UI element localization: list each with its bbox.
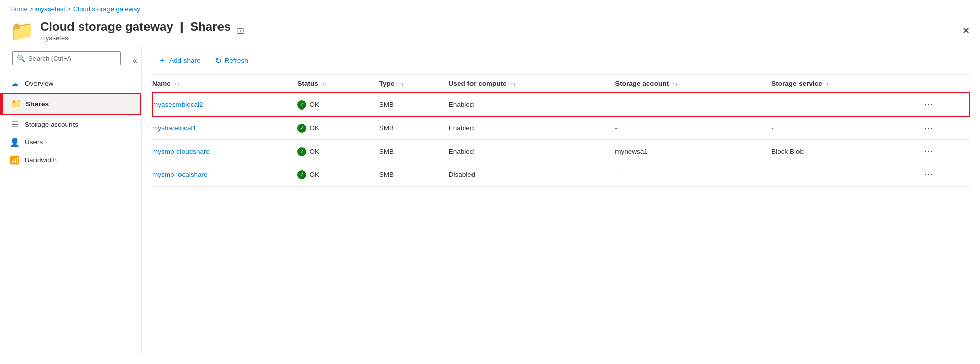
close-icon[interactable]: ✕ — [962, 25, 970, 37]
cell-used-for-compute: Enabled — [449, 93, 615, 117]
breadcrumb-myasetest[interactable]: myasetest — [35, 5, 65, 13]
add-icon: ＋ — [158, 55, 166, 66]
status-ok-icon: ✓ — [297, 147, 306, 156]
sort-arrows-status: ↑↓ — [322, 81, 327, 87]
status-ok-icon: ✓ — [297, 100, 306, 110]
collapse-button[interactable]: « — [131, 54, 139, 67]
col-storage-service[interactable]: Storage service ↑↓ — [771, 75, 921, 93]
cell-status: ✓OK — [297, 117, 379, 140]
breadcrumb-sep-1: > — [30, 6, 33, 13]
folder-nav-icon: 📁 — [11, 98, 21, 110]
table-row[interactable]: mysmb-cloudshare✓OKSMBEnabledmynewsa1Blo… — [152, 140, 970, 163]
cell-type: SMB — [379, 140, 449, 163]
pin-icon[interactable]: ⊡ — [237, 25, 244, 37]
cell-storage-service: - — [771, 93, 921, 117]
search-row: 🔍 « — [0, 51, 141, 75]
sidebar-item-users[interactable]: 👤 Users — [0, 133, 141, 151]
sidebar-item-label-bandwidth: Bandwidth — [25, 156, 57, 164]
folder-icon: 📁 — [10, 21, 34, 41]
cell-more[interactable]: ··· — [921, 117, 970, 140]
sort-arrows-compute: ↑↓ — [511, 81, 516, 87]
storage-icon: ☰ — [10, 120, 20, 129]
page-title: Cloud storage gateway | Shares — [40, 20, 231, 34]
status-ok-text: OK — [309, 171, 319, 178]
cell-name: mysmb-cloudshare — [152, 140, 297, 163]
cell-storage-service: Block Blob — [771, 140, 921, 163]
cell-type: SMB — [379, 117, 449, 140]
bandwidth-icon: 📶 — [10, 155, 20, 165]
status-ok-text: OK — [309, 124, 319, 132]
breadcrumb: Home > myasetest > Cloud storage gateway — [0, 0, 980, 16]
cell-storage-service: - — [771, 163, 921, 187]
cell-more[interactable]: ··· — [921, 163, 970, 187]
shares-table: Name ↑↓ Status ↑↓ Type ↑↓ Used for com — [152, 75, 970, 187]
header-title-group: Cloud storage gateway | Shares myasetest — [40, 20, 231, 42]
table-header: Name ↑↓ Status ↑↓ Type ↑↓ Used for com — [152, 75, 970, 93]
sidebar: 🔍 « ☁ Overview 📁 Shares ☰ Storage accoun… — [0, 46, 142, 354]
shares-table-wrap: Name ↑↓ Status ↑↓ Type ↑↓ Used for com — [152, 75, 970, 187]
search-wrapper: 🔍 — [6, 51, 127, 70]
cell-name: mysmb-localshare — [152, 163, 297, 187]
sort-arrows-name: ↑↓ — [175, 81, 180, 87]
refresh-button[interactable]: ↻ Refresh — [209, 53, 255, 68]
cell-storage-account: - — [615, 93, 771, 117]
add-share-button[interactable]: ＋ Add share — [152, 52, 207, 69]
cell-used-for-compute: Enabled — [449, 140, 615, 163]
col-name[interactable]: Name ↑↓ — [152, 75, 297, 93]
page-subtitle: myasetest — [40, 34, 231, 42]
table-row[interactable]: mysmb-localshare✓OKSMBDisabled--··· — [152, 163, 970, 187]
status-ok-icon: ✓ — [297, 170, 306, 179]
sidebar-item-label-overview: Overview — [25, 80, 53, 87]
cell-storage-account: - — [615, 163, 771, 187]
cell-used-for-compute: Enabled — [449, 117, 615, 140]
sidebar-item-shares[interactable]: 📁 Shares — [1, 94, 140, 114]
more-options-button[interactable]: ··· — [921, 98, 936, 111]
main-layout: 🔍 « ☁ Overview 📁 Shares ☰ Storage accoun… — [0, 46, 980, 354]
cell-name: mysharelocal1 — [152, 117, 297, 140]
refresh-label: Refresh — [225, 57, 248, 64]
cell-type: SMB — [379, 93, 449, 117]
sort-arrows-account: ↑↓ — [673, 81, 678, 87]
content-area: ＋ Add share ↻ Refresh Name ↑↓ S — [142, 46, 980, 354]
table-row[interactable]: myasesmblocal2✓OKSMBEnabled--··· — [152, 93, 970, 117]
cell-name: myasesmblocal2 — [152, 93, 297, 117]
cell-storage-account: - — [615, 117, 771, 140]
table-header-row: Name ↑↓ Status ↑↓ Type ↑↓ Used for com — [152, 75, 970, 93]
col-used-for-compute[interactable]: Used for compute ↑↓ — [449, 75, 615, 93]
col-actions — [921, 75, 970, 93]
cell-more[interactable]: ··· — [921, 93, 970, 117]
cell-status: ✓OK — [297, 140, 379, 163]
status-ok-icon: ✓ — [297, 124, 306, 133]
refresh-icon: ↻ — [215, 56, 222, 65]
cell-more[interactable]: ··· — [921, 140, 970, 163]
cell-storage-account: mynewsa1 — [615, 140, 771, 163]
user-icon: 👤 — [10, 137, 20, 147]
more-options-button[interactable]: ··· — [921, 145, 936, 158]
sidebar-item-bandwidth[interactable]: 📶 Bandwidth — [0, 151, 141, 169]
sidebar-item-storage-accounts[interactable]: ☰ Storage accounts — [0, 116, 141, 133]
sort-arrows-type: ↑↓ — [398, 81, 404, 87]
search-bar[interactable]: 🔍 — [12, 51, 121, 65]
breadcrumb-cloud-storage-gateway[interactable]: Cloud storage gateway — [73, 5, 140, 13]
status-ok-text: OK — [309, 101, 319, 108]
sort-arrows-service: ↑↓ — [826, 81, 831, 87]
sidebar-item-label-storage-accounts: Storage accounts — [25, 121, 78, 128]
cell-storage-service: - — [771, 117, 921, 140]
col-status[interactable]: Status ↑↓ — [297, 75, 379, 93]
header-left: 📁 Cloud storage gateway | Shares myasete… — [10, 20, 244, 42]
search-input[interactable] — [28, 55, 116, 62]
add-share-label: Add share — [169, 57, 201, 64]
cell-status: ✓OK — [297, 93, 379, 117]
cell-used-for-compute: Disabled — [449, 163, 615, 187]
more-options-button[interactable]: ··· — [921, 168, 936, 181]
cell-type: SMB — [379, 163, 449, 187]
more-options-button[interactable]: ··· — [921, 122, 936, 134]
sidebar-item-label-users: Users — [25, 138, 43, 146]
breadcrumb-home[interactable]: Home — [10, 5, 28, 13]
table-row[interactable]: mysharelocal1✓OKSMBEnabled--··· — [152, 117, 970, 140]
col-storage-account[interactable]: Storage account ↑↓ — [615, 75, 771, 93]
col-type[interactable]: Type ↑↓ — [379, 75, 449, 93]
page-header: 📁 Cloud storage gateway | Shares myasete… — [0, 16, 980, 46]
sidebar-item-overview[interactable]: ☁ Overview — [0, 75, 141, 92]
sidebar-item-label-shares: Shares — [26, 100, 49, 108]
